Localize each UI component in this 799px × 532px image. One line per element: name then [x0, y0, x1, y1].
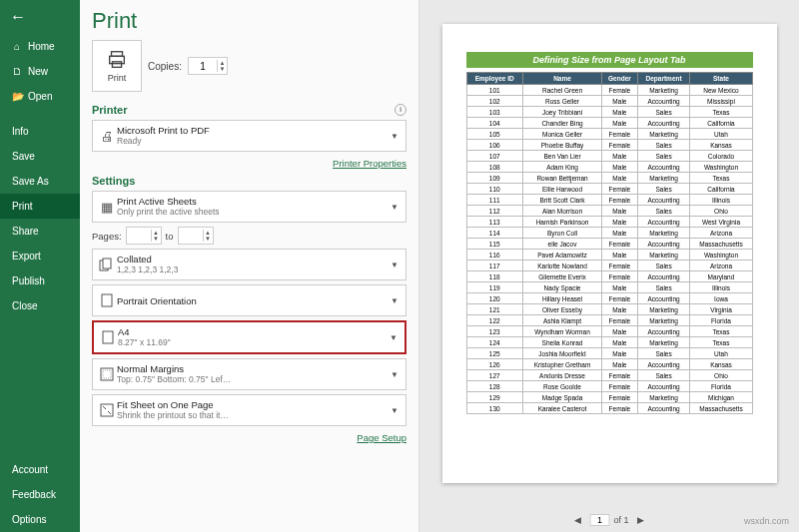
table-row: 118Gilemette EverixFemaleAccountingMaryl… — [466, 271, 752, 282]
scaling-select[interactable]: Fit Sheet on One PageShrink the printout… — [92, 394, 406, 426]
sidebar-item-share[interactable]: Share — [0, 219, 80, 244]
sidebar-item-save-as[interactable]: Save As — [0, 169, 80, 194]
column-header: Employee ID — [466, 73, 522, 85]
collate-icon — [97, 258, 117, 271]
page-title: Print — [92, 8, 406, 34]
sheet-title: Defining Size from Page Layout Tab — [466, 52, 753, 68]
svg-rect-4 — [103, 259, 111, 268]
printer-icon — [106, 49, 128, 71]
table-row: 107Ben Van LierMaleSalesColorado — [466, 151, 752, 162]
table-row: 112Alan MorrisonMaleSalesOhio — [466, 206, 752, 217]
printer-heading: Printer i — [92, 104, 406, 116]
margins-icon — [97, 367, 117, 381]
pages-range: Pages: ▲▼ to ▲▼ — [92, 227, 406, 245]
page-navigator: ◀ of 1 ▶ — [570, 514, 647, 526]
table-row: 114Byron CollMaleMarketingArizona — [466, 228, 752, 239]
page-count-label: of 1 — [613, 515, 628, 525]
info-icon[interactable]: i — [395, 104, 406, 116]
sidebar-item-options[interactable]: Options — [0, 507, 80, 532]
prev-page-button[interactable]: ◀ — [570, 515, 585, 525]
table-row: 119Nady SpacieMaleSalesIllinois — [466, 282, 752, 293]
table-row: 108Adam KingMaleAccountingWashington — [466, 162, 752, 173]
table-row: 113Hamish ParkinsonMaleAccountingWest Vi… — [466, 217, 752, 228]
table-row: 126Kristopher GrethamMaleAccountingKansa… — [466, 359, 752, 370]
sidebar-item-account[interactable]: Account — [0, 457, 80, 482]
chevron-down-icon: ▼ — [388, 203, 401, 212]
sidebar-item-info[interactable]: Info — [0, 119, 80, 144]
sidebar-item-save[interactable]: Save — [0, 144, 80, 169]
column-header: Department — [637, 73, 690, 85]
print-panel: Print Print Copies: ▲▼ Printer i 🖨 Micro… — [80, 0, 419, 532]
chevron-down-icon: ▼ — [388, 261, 401, 269]
printer-select[interactable]: 🖨 Microsoft Print to PDFReady ▼ — [92, 120, 406, 152]
column-header: Name — [522, 73, 601, 85]
svg-rect-6 — [103, 331, 113, 343]
table-row: 129Madge SpadaFemaleMarketingMichigan — [466, 392, 752, 403]
pages-label: Pages: — [92, 231, 122, 242]
table-row: 105Monica GellerFemaleMarketingUtah — [466, 129, 752, 140]
printer-device-icon: 🖨 — [97, 129, 117, 144]
page-icon — [98, 330, 118, 344]
sidebar-item-feedback[interactable]: Feedback — [0, 482, 80, 507]
table-row: 101Rachel GreenFemaleMarketingNew Mexico — [466, 85, 752, 96]
table-row: 128Rose GooldeFemaleAccountingFlorida — [466, 381, 752, 392]
svg-rect-5 — [102, 294, 112, 306]
copies-stepper[interactable]: ▲▼ — [188, 57, 228, 75]
backstage-sidebar: ← ⌂Home🗋New📂Open InfoSaveSave AsPrintSha… — [0, 0, 80, 532]
paper-size-select[interactable]: A48.27" x 11.69" ▼ — [92, 320, 406, 354]
pages-from-input[interactable]: ▲▼ — [126, 227, 162, 245]
back-button[interactable]: ← — [0, 0, 80, 34]
table-row: 120Hillary HeaselFemaleAccountingIowa — [466, 293, 752, 304]
copies-input[interactable] — [189, 61, 217, 72]
down-icon[interactable]: ▼ — [218, 66, 227, 72]
table-row: 109Rowan BettjemanMaleMarketingTexas — [466, 173, 752, 184]
sidebar-item-export[interactable]: Export — [0, 244, 80, 268]
orientation-select[interactable]: Portrait Orientation ▼ — [92, 284, 406, 316]
page-number-input[interactable] — [589, 514, 609, 526]
next-page-button[interactable]: ▶ — [633, 515, 648, 525]
column-header: State — [690, 73, 752, 85]
sidebar-item-print[interactable]: Print — [0, 194, 80, 219]
table-row: 111Britt Scott ClarkFemaleAccountingIlli… — [466, 195, 752, 206]
print-preview: Defining Size from Page Layout Tab Emplo… — [419, 0, 799, 532]
data-table: Employee IDNameGenderDepartmentState 101… — [466, 72, 753, 414]
chevron-down-icon: ▼ — [388, 406, 401, 415]
table-row: 115elle JacovFemaleAccountingMassachuset… — [466, 239, 752, 250]
table-row: 125Joshia MoorfieldMaleSalesUtah — [466, 348, 752, 359]
print-what-select[interactable]: ▦ Print Active SheetsOnly print the acti… — [92, 191, 406, 223]
table-row: 121Oliver EssebyMaleMarketingVirginia — [466, 304, 752, 315]
svg-rect-2 — [112, 62, 121, 68]
fit-icon — [97, 403, 117, 417]
printer-properties-link[interactable]: Printer Properties — [92, 158, 406, 169]
settings-heading: Settings — [92, 175, 406, 187]
table-row: 124Sheila KonradMaleMarketingTexas — [466, 337, 752, 348]
copies-label: Copies: — [148, 61, 182, 72]
table-row: 117Karlotte NowlandFemaleSalesArizona — [466, 261, 752, 271]
sheet-icon: ▦ — [97, 200, 117, 215]
chevron-down-icon: ▼ — [388, 370, 401, 379]
margins-select[interactable]: Normal MarginsTop: 0.75" Bottom: 0.75" L… — [92, 358, 406, 390]
pages-to-input[interactable]: ▲▼ — [178, 227, 214, 245]
collation-select[interactable]: Collated1,2,3 1,2,3 1,2,3 ▼ — [92, 249, 406, 280]
sidebar-item-open[interactable]: 📂Open — [0, 84, 80, 109]
table-row: 130Karalee CasterotFemaleAccountingMassa… — [466, 403, 752, 414]
column-header: Gender — [602, 73, 638, 85]
portrait-icon — [97, 293, 117, 307]
sidebar-item-publish[interactable]: Publish — [0, 268, 80, 293]
sidebar-item-new[interactable]: 🗋New — [0, 59, 80, 84]
sidebar-item-close[interactable]: Close — [0, 293, 80, 318]
table-row: 110Ellie HarwoodFemaleSalesCalifornia — [466, 184, 752, 195]
svg-rect-0 — [112, 52, 123, 57]
table-row: 106Phoebe BuffayFemaleSalesKansas — [466, 140, 752, 151]
watermark: wsxdn.com — [744, 516, 789, 526]
print-button[interactable]: Print — [92, 40, 142, 92]
preview-page: Defining Size from Page Layout Tab Emplo… — [442, 24, 777, 483]
chevron-down-icon: ▼ — [388, 296, 401, 305]
table-row: 122Ashla KlamptFemaleMarketingFlorida — [466, 315, 752, 326]
svg-rect-9 — [101, 404, 113, 416]
sidebar-item-home[interactable]: ⌂Home — [0, 34, 80, 59]
chevron-down-icon: ▼ — [387, 333, 400, 342]
page-setup-link[interactable]: Page Setup — [92, 432, 406, 443]
table-row: 127Andonis DresseFemaleSalesOhio — [466, 370, 752, 381]
table-row: 103Joey TribbianiMaleSalesTexas — [466, 107, 752, 118]
